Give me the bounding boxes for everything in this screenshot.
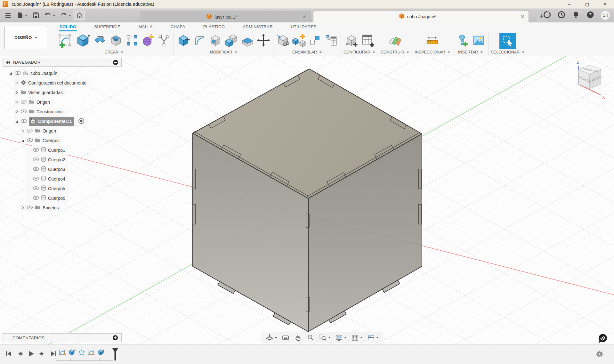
circular-pattern-feature-icon[interactable] (78, 349, 85, 358)
history-clock-icon[interactable] (557, 11, 566, 20)
eye-icon[interactable] (33, 148, 39, 153)
skip-end-button[interactable] (49, 350, 58, 359)
job-status-icon[interactable] (543, 11, 551, 20)
shell-button[interactable] (208, 33, 222, 49)
tree-row[interactable]: Cuerpo2 (26, 155, 122, 165)
tree-item-label[interactable]: Cuerpo3 (48, 167, 65, 172)
tree-item-label[interactable]: Construcción (36, 109, 63, 114)
offset-face-button[interactable] (240, 33, 254, 49)
expander-collapsed-icon[interactable] (15, 100, 19, 104)
tree-row[interactable]: Origen (20, 126, 122, 136)
ribbon-tab-solido[interactable]: SOLIDO (59, 23, 77, 31)
comments-bar[interactable]: COMENTARIOS (3, 333, 122, 342)
joint-button[interactable] (292, 33, 306, 49)
tree-item-label[interactable]: Cuerpo2 (48, 157, 65, 162)
ribbon-group-dropdown[interactable]: ENSAMBLAR (292, 50, 322, 54)
close-button[interactable]: ✕ (596, 0, 614, 9)
combine-button[interactable] (224, 33, 238, 49)
tree-item-label[interactable]: Cuerpo1 (48, 148, 65, 153)
tree-item-label[interactable]: Cuerpo6 (48, 196, 65, 201)
chevron-down-icon[interactable] (25, 15, 28, 16)
tree-row[interactable]: Origen (14, 97, 122, 107)
move-copy-button[interactable] (256, 33, 271, 49)
tree-row[interactable]: Cuerpo4 (26, 174, 122, 184)
as-built-joint-button[interactable] (308, 33, 322, 49)
ribbon-group-dropdown[interactable]: MODIFICAR (210, 50, 237, 54)
chevron-down-icon[interactable] (407, 52, 409, 53)
tree-row[interactable]: Cuerpo1 (26, 145, 122, 155)
chevron-down-icon[interactable] (53, 15, 55, 16)
eye-icon[interactable] (14, 71, 21, 76)
panel-collapse-icon[interactable] (5, 61, 11, 64)
orbit-button[interactable] (264, 334, 279, 342)
apps-grid-button[interactable] (2, 10, 14, 20)
expander-collapsed-icon[interactable] (15, 81, 19, 85)
navigator-header[interactable]: NAVEGADOR (3, 58, 122, 67)
eye-icon[interactable] (33, 186, 39, 191)
expander-expanded-icon[interactable] (21, 139, 25, 142)
tree-row[interactable]: Cuerpo3 (26, 165, 122, 174)
chevron-down-icon[interactable] (328, 337, 331, 338)
display-settings-button[interactable] (334, 334, 348, 342)
play-button[interactable] (27, 350, 35, 359)
chevron-down-icon[interactable] (275, 337, 277, 338)
step-forward-button[interactable] (38, 350, 46, 359)
tree-item-label[interactable]: cubo Joaquín (30, 71, 57, 76)
notification-bell-icon[interactable] (572, 11, 580, 20)
chevron-down-icon[interactable] (522, 52, 524, 53)
zoom-button[interactable] (305, 334, 316, 342)
chevron-down-icon[interactable] (480, 52, 483, 53)
chevron-down-icon[interactable] (373, 52, 375, 53)
chevron-down-icon[interactable] (319, 52, 322, 53)
insert-canvas-button[interactable] (472, 33, 486, 49)
eye-icon[interactable] (33, 157, 39, 163)
skip-start-button[interactable] (4, 350, 13, 359)
close-tab-icon[interactable]: ✕ (302, 14, 306, 20)
grid-display-button[interactable] (350, 334, 364, 342)
chevron-down-icon[interactable] (121, 52, 123, 53)
tree-item-label[interactable]: Configuración del documento (28, 80, 86, 85)
tree-row[interactable]: Cuerpos (20, 136, 122, 145)
expander-collapsed-icon[interactable] (21, 206, 25, 210)
eye-icon[interactable] (33, 176, 39, 182)
plus-circle-icon[interactable] (112, 335, 118, 341)
feedback-chat-icon[interactable] (597, 333, 608, 344)
select-tool-button[interactable] (499, 33, 516, 49)
workspace-selector[interactable]: DISEÑO (4, 26, 47, 49)
timeline-track[interactable] (56, 360, 113, 361)
close-tab-icon[interactable]: ✕ (521, 14, 525, 20)
ribbon-group-dropdown[interactable]: INSPECCIONAR (415, 50, 450, 54)
document-tab[interactable]: cubo Joaquín*✕ (313, 10, 529, 22)
sketch-feature-icon[interactable] (59, 349, 66, 358)
panel-minimize-icon[interactable] (113, 60, 118, 65)
eye-icon[interactable] (33, 196, 39, 201)
ribbon-group-dropdown[interactable]: INSERTAR (458, 50, 483, 54)
chevron-down-icon[interactable] (360, 337, 363, 338)
expander-collapsed-icon[interactable] (15, 91, 19, 94)
ribbon-tab-utilidades[interactable]: UTILIDADES (290, 23, 317, 31)
assembly-table-button[interactable] (324, 33, 338, 49)
ribbon-group-dropdown[interactable]: SELECCIONAR (491, 50, 525, 54)
eye-icon[interactable] (27, 205, 33, 211)
ribbon-group-dropdown[interactable]: CONFIGURAR (343, 50, 375, 54)
insert-fastener-button[interactable] (456, 33, 470, 49)
viewport-3d[interactable]: NAVEGADOR cubo JoaquínConfiguración del … (0, 56, 614, 344)
eye-off-icon[interactable] (20, 100, 27, 105)
tree-item-label[interactable]: Cuerpo4 (48, 176, 65, 182)
save-button[interactable] (30, 10, 42, 20)
tree-row[interactable]: Construcción (14, 107, 122, 117)
chevron-down-icon[interactable] (235, 52, 237, 53)
pipe-button[interactable] (157, 33, 171, 49)
tree-row[interactable]: cubo Joaquín (8, 69, 122, 78)
expander-expanded-icon[interactable] (15, 119, 19, 123)
tree-item-label[interactable]: Origen (36, 100, 50, 105)
tree-row[interactable]: Componente1:1 (14, 117, 122, 126)
tree-item-label[interactable]: Bocetos (43, 205, 59, 210)
tree-item-label[interactable]: Origen (43, 128, 56, 133)
construction-plane-button[interactable] (388, 33, 402, 49)
tree-item-label[interactable]: Cuerpo5 (48, 186, 65, 191)
pan-button[interactable] (293, 334, 303, 342)
tree-row[interactable]: Cuerpo5 (26, 184, 122, 193)
tree-row[interactable]: Vistas guardadas (14, 88, 122, 97)
ribbon-group-dropdown[interactable]: CREAR (105, 50, 124, 54)
